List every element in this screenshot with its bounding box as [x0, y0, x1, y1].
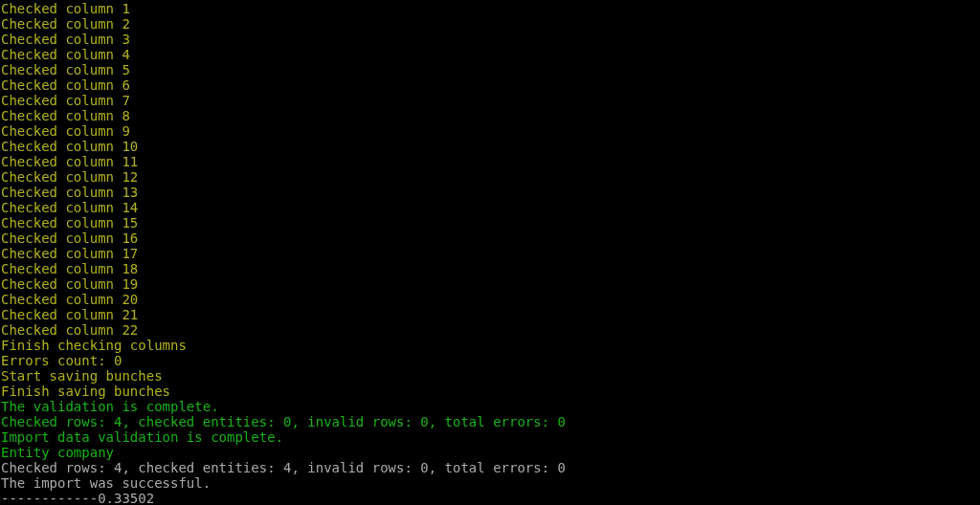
- terminal-line: Checked column 20: [1, 292, 980, 307]
- terminal-line: Entity company: [1, 445, 980, 460]
- terminal-line: Checked column 13: [1, 185, 980, 200]
- terminal-line: Checked column 9: [1, 123, 980, 139]
- terminal-line: Errors count: 0: [1, 353, 980, 368]
- terminal-output[interactable]: Checked column 1Checked column 2Checked …: [1, 1, 980, 505]
- terminal-line: Finish checking columns: [1, 338, 980, 353]
- terminal-line: Checked column 10: [1, 139, 980, 154]
- terminal-line: Checked rows: 4, checked entities: 4, in…: [1, 460, 980, 475]
- terminal-line: Checked column 11: [1, 154, 980, 169]
- terminal-line: Checked column 6: [1, 77, 980, 93]
- terminal-line: Checked column 3: [1, 32, 980, 47]
- terminal-line: Checked column 17: [1, 246, 980, 261]
- terminal-line: The import was successful.: [1, 475, 980, 491]
- terminal-line: Checked column 12: [1, 169, 980, 185]
- terminal-line: Checked column 22: [1, 322, 980, 338]
- terminal-line: Finish saving bunches: [1, 384, 980, 399]
- terminal-line: Checked column 15: [1, 215, 980, 231]
- terminal-line: Checked column 14: [1, 200, 980, 215]
- terminal-line: Start saving bunches: [1, 368, 980, 384]
- terminal-line: Checked column 2: [1, 16, 980, 32]
- terminal-line: Import data validation is complete.: [1, 429, 980, 445]
- terminal-line: Checked rows: 4, checked entities: 0, in…: [1, 414, 980, 429]
- terminal-line: Checked column 16: [1, 231, 980, 246]
- terminal-line: Checked column 21: [1, 307, 980, 322]
- terminal-line: Checked column 18: [1, 261, 980, 276]
- terminal-line: Checked column 19: [1, 276, 980, 292]
- terminal-line: Checked column 5: [1, 62, 980, 77]
- terminal-line: Checked column 1: [1, 1, 980, 16]
- terminal-line: Checked column 4: [1, 47, 980, 62]
- terminal-line: Checked column 8: [1, 108, 980, 123]
- terminal-line: Checked column 7: [1, 93, 980, 108]
- terminal-line: ------------0.33502: [1, 491, 980, 505]
- terminal-line: The validation is complete.: [1, 399, 980, 414]
